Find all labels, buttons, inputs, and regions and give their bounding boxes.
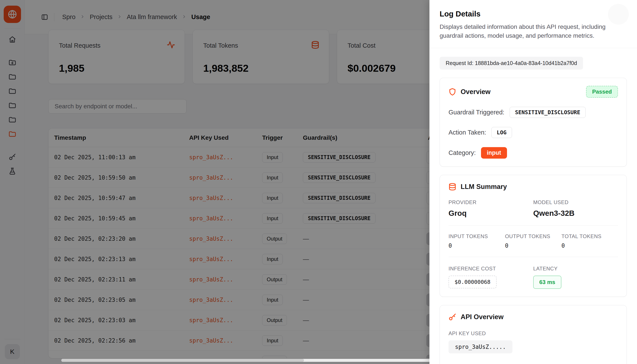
requested-at-label: REQUESTED AT — [448, 363, 618, 364]
panel-description: Displays detailed information about this… — [440, 22, 627, 40]
scrollbar-thumb[interactable] — [61, 359, 304, 362]
card-divider — [448, 257, 618, 257]
overview-title: Overview — [461, 88, 490, 96]
category-value-badge: input — [481, 147, 507, 158]
model-used-label: MODEL USED — [533, 199, 618, 206]
provider-label: PROVIDER — [448, 199, 533, 206]
total-tokens-value: 0 — [562, 242, 618, 249]
database-icon — [448, 183, 456, 191]
api-key-used-label: API KEY USED — [448, 330, 618, 336]
log-details-panel: Log Details Displays detailed informatio… — [430, 0, 637, 364]
action-value-badge: LOG — [492, 127, 512, 138]
provider-value: Groq — [448, 209, 533, 218]
action-taken-label: Action Taken: — [448, 129, 486, 136]
shield-icon — [448, 88, 456, 96]
llm-summary-card: LLM Summary PROVIDER Groq MODEL USED Qwe… — [440, 175, 627, 297]
panel-header: Log Details Displays detailed informatio… — [430, 0, 637, 48]
api-key-value: spro_3aUsZ..... — [448, 340, 512, 354]
card-divider — [448, 225, 618, 226]
panel-title: Log Details — [440, 10, 627, 18]
latency-value: 63 ms — [533, 276, 562, 289]
horizontal-scrollbar[interactable] — [61, 359, 452, 362]
guardrail-triggered-label: Guardrail Triggered: — [448, 109, 504, 116]
api-overview-title: API Overview — [461, 313, 504, 321]
output-tokens-value: 0 — [505, 242, 562, 249]
llm-summary-title: LLM Summary — [461, 183, 507, 191]
output-tokens-label: OUTPUT TOKENS — [505, 233, 562, 240]
api-overview-card: API Overview API KEY USED spro_3aUsZ....… — [440, 305, 627, 364]
latency-label: LATENCY — [533, 266, 618, 272]
overview-card: Overview Passed Guardrail Triggered: SEN… — [440, 78, 627, 166]
inference-cost-value: $0.00000068 — [448, 276, 496, 288]
guardrail-value-badge: SENSITIVE_DISCLOSURE — [510, 107, 586, 118]
request-id-badge: Request Id: 18881bda-ae10-4a0a-83a4-10d4… — [440, 57, 583, 70]
inference-cost-label: INFERENCE COST — [448, 266, 533, 272]
input-tokens-value: 0 — [448, 242, 505, 249]
status-badge: Passed — [586, 86, 618, 98]
category-label: Category: — [448, 149, 476, 156]
total-tokens-label: TOTAL TOKENS — [562, 233, 618, 240]
key-icon — [448, 313, 456, 321]
model-used-value: Qwen3-32B — [533, 209, 618, 218]
input-tokens-label: INPUT TOKENS — [448, 233, 505, 240]
